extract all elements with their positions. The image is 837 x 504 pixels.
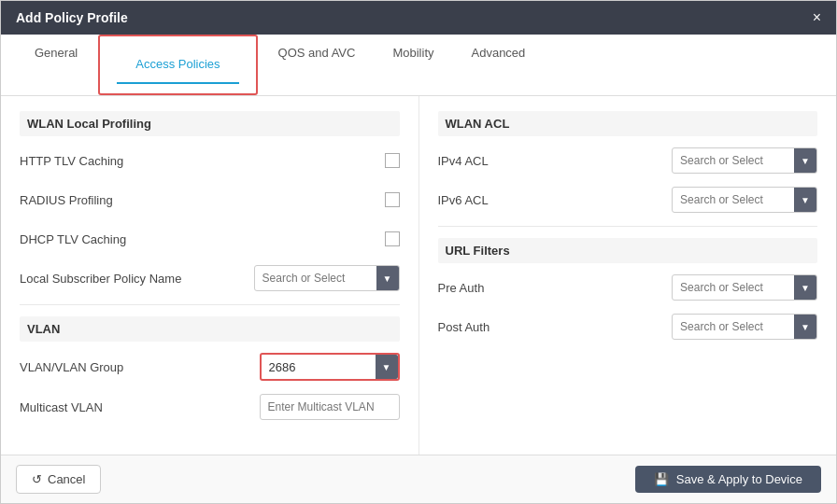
ipv4-acl-select[interactable]: ▼ <box>672 147 817 174</box>
dhcp-tlv-caching-label: DHCP TLV Caching <box>20 232 385 246</box>
http-tlv-caching-checkbox[interactable] <box>385 153 400 168</box>
multicast-vlan-row: Multicast VLAN <box>20 394 400 420</box>
ipv4-acl-arrow[interactable]: ▼ <box>794 148 816 173</box>
ipv6-acl-label: IPv6 ACL <box>438 193 673 207</box>
save-icon: 💾 <box>654 472 669 486</box>
cancel-label: Cancel <box>48 472 85 486</box>
tab-bar: General Access Policies QOS and AVC Mobi… <box>1 35 836 96</box>
ipv6-acl-input[interactable] <box>673 193 794 206</box>
pre-auth-row: Pre Auth ▼ <box>438 274 818 301</box>
post-auth-row: Post Auth ▼ <box>438 314 818 340</box>
vlan-section: VLAN VLAN/VLAN Group ▼ Multicast VLAN <box>20 316 400 420</box>
local-subscriber-select[interactable]: ▼ <box>254 265 400 291</box>
post-auth-control: ▼ <box>672 314 817 340</box>
pre-auth-input[interactable] <box>673 281 794 294</box>
divider <box>20 304 400 305</box>
local-subscriber-row: Local Subscriber Policy Name ▼ <box>20 265 400 291</box>
vlan-group-input[interactable] <box>262 360 376 374</box>
radius-profiling-row: RADIUS Profiling <box>20 187 400 213</box>
pre-auth-control: ▼ <box>672 274 817 301</box>
cancel-icon: ↺ <box>32 472 42 486</box>
tab-general[interactable]: General <box>16 35 96 95</box>
dhcp-tlv-caching-row: DHCP TLV Caching <box>20 226 400 252</box>
ipv4-acl-row: IPv4 ACL ▼ <box>438 147 818 174</box>
dhcp-tlv-caching-control <box>385 231 400 246</box>
http-tlv-caching-row: HTTP TLV Caching <box>20 147 400 174</box>
vlan-group-arrow[interactable]: ▼ <box>376 355 398 379</box>
wlan-local-profiling-title: WLAN Local Profiling <box>20 111 400 136</box>
http-tlv-caching-label: HTTP TLV Caching <box>20 154 385 168</box>
modal-body: WLAN Local Profiling HTTP TLV Caching RA… <box>1 96 836 455</box>
multicast-vlan-label: Multicast VLAN <box>20 400 260 414</box>
local-subscriber-arrow[interactable]: ▼ <box>376 266 399 290</box>
local-subscriber-control: ▼ <box>254 265 400 291</box>
radius-profiling-checkbox[interactable] <box>385 192 400 207</box>
pre-auth-label: Pre Auth <box>438 281 673 295</box>
modal: Add Policy Profile × General Access Poli… <box>0 0 837 504</box>
tab-advanced[interactable]: Advanced <box>453 35 545 95</box>
modal-footer: ↺ Cancel 💾 Save & Apply to Device <box>1 455 836 503</box>
save-button[interactable]: 💾 Save & Apply to Device <box>635 466 821 493</box>
local-subscriber-input[interactable] <box>255 272 376 285</box>
tab-access-policies[interactable]: Access Policies <box>117 46 238 84</box>
wlan-acl-title: WLAN ACL <box>438 111 818 136</box>
right-divider <box>438 226 818 227</box>
ipv6-acl-select[interactable]: ▼ <box>672 187 817 213</box>
ipv6-acl-row: IPv6 ACL ▼ <box>438 187 818 213</box>
left-panel: WLAN Local Profiling HTTP TLV Caching RA… <box>1 96 419 455</box>
radius-profiling-control <box>385 192 400 207</box>
ipv4-acl-label: IPv4 ACL <box>438 154 673 168</box>
vlan-title: VLAN <box>20 316 400 342</box>
post-auth-input[interactable] <box>673 320 794 333</box>
local-subscriber-label: Local Subscriber Policy Name <box>20 272 254 286</box>
post-auth-arrow[interactable]: ▼ <box>794 315 816 339</box>
http-tlv-caching-control <box>385 153 400 168</box>
vlan-group-row: VLAN/VLAN Group ▼ <box>20 353 400 381</box>
cancel-button[interactable]: ↺ Cancel <box>16 465 101 494</box>
ipv6-acl-arrow[interactable]: ▼ <box>794 188 816 212</box>
dhcp-tlv-caching-checkbox[interactable] <box>385 231 400 246</box>
ipv4-acl-input[interactable] <box>673 154 794 167</box>
close-button[interactable]: × <box>813 10 821 25</box>
tab-access-policies-wrapper: Access Policies <box>98 35 257 95</box>
post-auth-label: Post Auth <box>438 320 673 334</box>
ipv4-acl-control: ▼ <box>672 147 817 174</box>
vlan-group-label: VLAN/VLAN Group <box>20 360 260 374</box>
modal-title: Add Policy Profile <box>16 10 128 25</box>
vlan-group-select[interactable]: ▼ <box>260 353 400 381</box>
radius-profiling-label: RADIUS Profiling <box>20 193 385 207</box>
multicast-vlan-input[interactable] <box>260 394 400 420</box>
modal-header: Add Policy Profile × <box>1 1 836 35</box>
save-label: Save & Apply to Device <box>676 472 802 486</box>
ipv6-acl-control: ▼ <box>672 187 817 213</box>
post-auth-select[interactable]: ▼ <box>672 314 817 340</box>
tab-mobility[interactable]: Mobility <box>374 35 452 95</box>
tab-qos-avc[interactable]: QOS and AVC <box>260 35 375 95</box>
pre-auth-arrow[interactable]: ▼ <box>794 275 816 300</box>
url-filters-title: URL Filters <box>438 238 818 263</box>
right-panel: WLAN ACL IPv4 ACL ▼ IPv6 ACL ▼ <box>419 96 837 455</box>
pre-auth-select[interactable]: ▼ <box>672 274 817 301</box>
